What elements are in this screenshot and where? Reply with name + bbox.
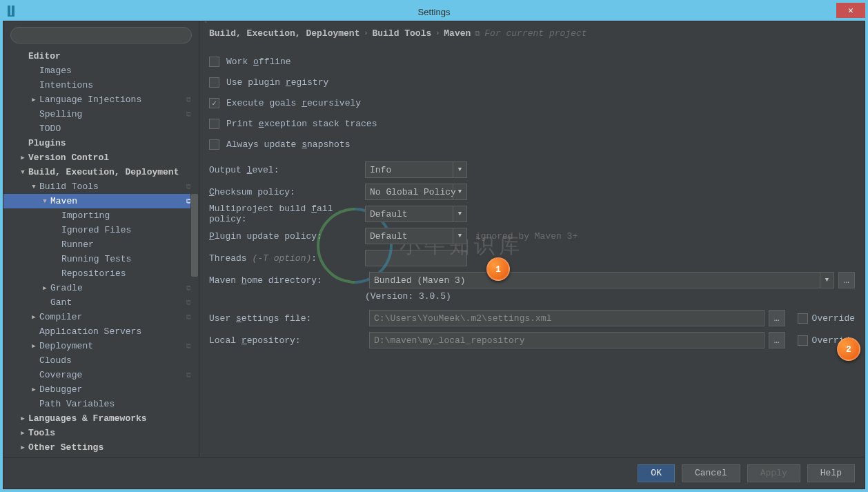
- tree-item[interactable]: ▶Language Injections⧉: [3, 92, 199, 107]
- tree-item[interactable]: ▶Other Settings: [3, 440, 199, 455]
- tree-item[interactable]: Editor: [3, 49, 199, 63]
- scrollbar-thumb[interactable]: [191, 194, 198, 277]
- work-offline-checkbox[interactable]: [209, 57, 219, 67]
- override-repo-checkbox[interactable]: [798, 335, 808, 346]
- print-trace-checkbox[interactable]: [209, 119, 219, 129]
- tree-item[interactable]: ▶Gradle⧉: [3, 281, 199, 295]
- local-repo-input[interactable]: [369, 332, 765, 348]
- plugin-update-select[interactable]: Default▼: [365, 228, 467, 244]
- tree-item[interactable]: ▶Version Control: [3, 150, 199, 165]
- settings-sidebar: 🔍 EditorImagesIntentions▶Language Inject…: [3, 21, 199, 457]
- tree-item-label: Ignored Files: [60, 225, 131, 235]
- tree-item-label: TODO: [38, 124, 61, 134]
- callout-1: 1: [486, 257, 510, 281]
- tree-item[interactable]: ▼Build Tools⧉: [3, 179, 199, 194]
- plugin-registry-checkbox[interactable]: [209, 77, 219, 88]
- settings-tree[interactable]: EditorImagesIntentions▶Language Injectio…: [3, 49, 199, 457]
- ok-button[interactable]: OK: [638, 464, 675, 482]
- tree-item-label: Intentions: [38, 80, 93, 90]
- expand-icon: ▶: [30, 96, 38, 104]
- tree-item-label: Gradle: [49, 283, 83, 293]
- user-settings-label: User settings file:: [209, 313, 365, 324]
- search-input[interactable]: [10, 27, 192, 43]
- settings-content: 小牛知识库 Build, Execution, Deployment › Bui…: [199, 21, 865, 457]
- tree-item[interactable]: ▶Tools: [3, 426, 199, 440]
- tree-item[interactable]: Path Variables: [3, 397, 199, 411]
- override-user-checkbox[interactable]: [798, 313, 808, 324]
- tree-item-label: Runner: [60, 239, 94, 250]
- threads-input[interactable]: [365, 250, 467, 266]
- browse-repo-button[interactable]: …: [769, 332, 785, 348]
- expand-icon: ▼: [30, 184, 38, 190]
- tree-item[interactable]: Clouds: [3, 353, 199, 368]
- close-button[interactable]: ✕: [836, 3, 865, 18]
- tree-item-label: Languages & Frameworks: [27, 413, 147, 424]
- tree-item[interactable]: Running Tests: [3, 252, 199, 266]
- tree-item[interactable]: Coverage⧉: [3, 368, 199, 382]
- update-snapshots-checkbox[interactable]: [209, 139, 219, 150]
- scrollbar[interactable]: [190, 49, 199, 457]
- plugin-update-label: Plugin update policy:: [209, 231, 365, 242]
- tree-item[interactable]: Ignored Files: [3, 223, 199, 237]
- tree-item[interactable]: Application Servers: [3, 324, 199, 339]
- expand-icon: ▶: [19, 415, 27, 422]
- tree-item[interactable]: ▼Maven⧉: [3, 194, 199, 208]
- tree-item-label: Build, Execution, Deployment: [27, 167, 179, 177]
- expand-icon: ▼: [41, 198, 49, 205]
- cancel-button[interactable]: Cancel: [682, 464, 740, 482]
- tree-item-label: Tools: [27, 428, 55, 438]
- execute-recursive-checkbox[interactable]: [209, 98, 219, 108]
- plugin-registry-label: Use plugin registry: [226, 77, 328, 88]
- tree-item[interactable]: ▶Languages & Frameworks: [3, 411, 199, 426]
- threads-label: Threads (-T option):: [209, 253, 365, 264]
- tree-item-label: Deployment: [38, 341, 93, 351]
- tree-item-label: Build Tools: [38, 181, 99, 192]
- tree-item[interactable]: ▶Deployment⧉: [3, 339, 199, 353]
- checksum-select[interactable]: No Global Policy▼: [365, 184, 467, 200]
- tree-item[interactable]: Spelling⧉: [3, 107, 199, 121]
- tree-item-label: Application Servers: [38, 326, 141, 337]
- tree-item-label: Language Injections: [38, 95, 141, 105]
- tree-item-label: Importing: [60, 210, 110, 221]
- tree-item-label: Maven: [49, 196, 77, 206]
- plugin-hint: ignored by Maven 3+: [475, 231, 578, 242]
- work-offline-label: Work offline: [226, 57, 291, 67]
- tree-item-label: Gant: [49, 297, 72, 308]
- maven-version: (Version: 3.0.5): [365, 291, 855, 302]
- output-level-select[interactable]: Info▼: [365, 161, 467, 178]
- user-settings-input[interactable]: [369, 310, 765, 326]
- expand-icon: ▶: [19, 429, 27, 437]
- browse-user-button[interactable]: …: [769, 310, 785, 326]
- apply-button[interactable]: Apply: [747, 464, 800, 482]
- project-icon: ⧉: [475, 30, 480, 38]
- browse-home-button[interactable]: …: [838, 272, 855, 288]
- tree-item[interactable]: Gant⧉: [3, 295, 199, 310]
- tree-item-label: Running Tests: [60, 254, 131, 264]
- tree-item-label: Images: [38, 66, 72, 76]
- maven-home-select[interactable]: Bundled (Maven 3)▼: [369, 272, 834, 288]
- tree-item[interactable]: TODO: [3, 121, 199, 136]
- tree-item-label: Editor: [27, 51, 61, 61]
- tree-item[interactable]: Intentions: [3, 78, 199, 92]
- multiproject-select[interactable]: Default▼: [365, 206, 467, 222]
- tree-item[interactable]: ▼Build, Execution, Deployment: [3, 165, 199, 179]
- tree-item[interactable]: ▶Compiler⧉: [3, 310, 199, 324]
- tree-item-label: Repositories: [60, 268, 126, 279]
- tree-item[interactable]: Plugins: [3, 136, 199, 150]
- tree-item[interactable]: Repositories: [3, 266, 199, 281]
- print-trace-label: Print exception stack traces: [226, 119, 377, 129]
- tree-item[interactable]: Importing: [3, 208, 199, 223]
- tree-item-label: Debugger: [38, 384, 82, 395]
- tree-item[interactable]: Runner: [3, 237, 199, 252]
- tree-item[interactable]: Images: [3, 63, 199, 78]
- dialog-footer: OK Cancel Apply Help: [3, 457, 865, 489]
- chevron-down-icon: ▼: [453, 228, 466, 244]
- tree-item-label: Version Control: [27, 152, 109, 163]
- expand-icon: ▶: [30, 342, 38, 350]
- override-user-label: Override: [812, 313, 855, 324]
- tree-item[interactable]: ▶Debugger: [3, 382, 199, 397]
- expand-icon: ▶: [30, 386, 38, 393]
- chevron-down-icon: ▼: [820, 272, 834, 288]
- expand-icon: ▶: [19, 444, 27, 451]
- help-button[interactable]: Help: [807, 464, 855, 482]
